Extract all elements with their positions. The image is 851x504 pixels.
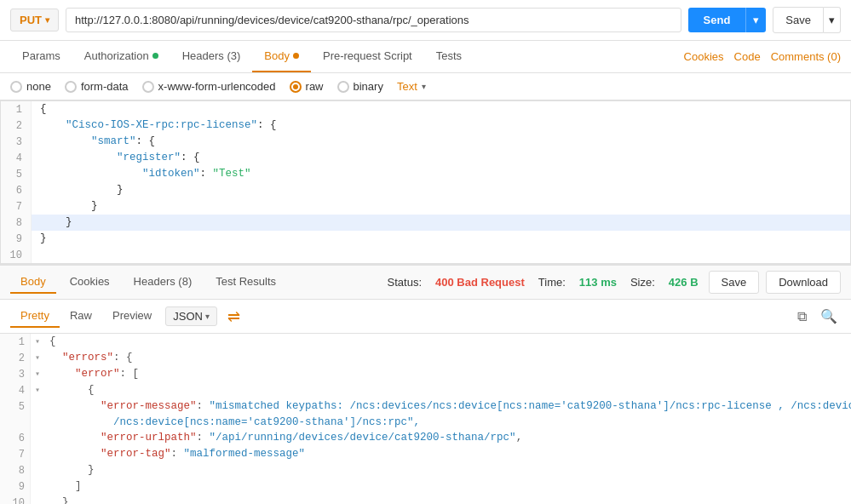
download-button[interactable]: Download [766,271,841,294]
fold-arrow-icon [31,446,44,462]
response-line: 4▾ { [0,382,851,398]
fold-arrow-icon[interactable]: ▾ [31,382,44,398]
line-content: { [32,101,47,117]
send-button[interactable]: Send [688,8,746,32]
tab-authorization-label: Authorization [84,49,149,62]
editor-line-5: 5 "idtoken": "Test" [1,166,850,182]
response-body-editor: 1▾{2▾ "errors": {3▾ "error": [4▾ {5 "err… [0,334,851,504]
resp-line-content: /ncs:device[ncs:name='cat9200-sthana']/n… [44,415,420,430]
text-format-label: Text [397,80,417,93]
editor-line-6: 6 } [1,182,850,198]
line-content: } [32,215,72,231]
fold-arrow-icon [31,430,44,446]
tab-body[interactable]: Body [252,41,311,72]
opt-raw-label: raw [306,80,324,93]
line-number: 10 [1,247,32,263]
size-label: Size: [630,276,655,289]
resp-line-content: { [44,382,95,398]
time-label: Time: [538,276,566,289]
wrap-toggle-button[interactable]: ⇌ [224,306,244,328]
search-button[interactable]: 🔍 [817,306,841,326]
opt-urlencoded[interactable]: x-www-form-urlencoded [142,80,276,93]
rfmt-raw[interactable]: Raw [60,305,102,328]
response-line: 5 "error-message": "mismatched keypaths:… [0,398,851,415]
fold-arrow-icon[interactable]: ▾ [31,366,44,382]
tab-prerequest[interactable]: Pre-request Script [311,41,424,72]
request-tabs: Params Authorization Headers (3) Body Pr… [0,41,851,73]
opt-form-data[interactable]: form-data [65,80,129,93]
fold-arrow-icon[interactable]: ▾ [31,334,44,350]
resp-line-number: 7 [0,446,31,462]
status-label: Status: [388,276,422,289]
json-chevron-icon: ▾ [205,312,210,321]
opt-raw[interactable]: raw [290,80,324,93]
method-select[interactable]: PUT ▾ [10,9,59,32]
response-save-button[interactable]: Save [709,271,760,294]
resp-line-number: 1 [0,334,31,350]
editor-line-2: 2 "Cisco-IOS-XE-rpc:rpc-license": { [1,117,850,134]
fold-arrow-icon[interactable]: ▾ [31,350,44,366]
url-input[interactable] [66,8,681,32]
tab-authorization[interactable]: Authorization [72,41,170,72]
resp-tab-cookies[interactable]: Cookies [60,271,120,294]
tab-headers-label: Headers (3) [182,49,241,62]
rfmt-preview[interactable]: Preview [102,305,162,328]
resp-line-number: 9 [0,478,31,495]
request-body-editor[interactable]: 1{2 "Cisco-IOS-XE-rpc:rpc-license": {3 "… [0,100,851,264]
send-btn-group: Send ▾ [688,8,767,32]
opt-none-label: none [26,80,51,93]
opt-none[interactable]: none [10,80,51,93]
tab-params-label: Params [22,49,60,62]
radio-form-data-icon [65,81,77,93]
rfmt-pretty[interactable]: Pretty [10,305,60,328]
response-options: Pretty Raw Preview JSON ▾ ⇌ ⧉ 🔍 [0,300,851,334]
resp-line-number: 8 [0,462,31,478]
resp-line-content: ] [44,478,82,495]
resp-line-content: "error-urlpath": "/api/running/devices/d… [44,430,522,446]
send-dropdown-button[interactable]: ▾ [745,8,766,32]
resp-tab-headers[interactable]: Headers (8) [124,271,203,294]
text-format-chevron-icon: ▾ [422,82,426,91]
save-button[interactable]: Save [773,7,824,33]
body-options: none form-data x-www-form-urlencoded raw… [0,73,851,100]
line-content [32,247,40,263]
resp-line-content: { [44,334,56,350]
line-content: "Cisco-IOS-XE-rpc:rpc-license": { [32,117,277,134]
response-line: 8 } [0,462,851,478]
response-format-bar: Pretty Raw Preview JSON ▾ ⇌ [10,305,244,328]
line-content: "smart": { [32,134,155,150]
text-format-select[interactable]: Text ▾ [397,80,426,93]
copy-button[interactable]: ⧉ [794,306,810,326]
response-icon-bar: ⧉ 🔍 [794,306,841,326]
line-content: "idtoken": "Test" [32,166,251,182]
cookies-link[interactable]: Cookies [684,50,724,63]
resp-tab-test-results[interactable]: Test Results [205,271,286,294]
resp-line-number: 5 [0,398,31,415]
resp-line-content: } [44,462,95,478]
line-number: 2 [1,117,32,134]
authorization-dot-icon [152,53,158,59]
comments-link[interactable]: Comments (0) [771,50,841,63]
radio-none-icon [10,81,22,93]
tab-params[interactable]: Params [10,41,72,72]
resp-line-number: 2 [0,350,31,366]
tab-prerequest-label: Pre-request Script [323,49,412,62]
response-line: 2▾ "errors": { [0,350,851,366]
tab-headers[interactable]: Headers (3) [170,41,253,72]
response-actions: Save Download [709,271,841,294]
code-link[interactable]: Code [734,50,761,63]
editor-line-1: 1{ [1,101,850,117]
json-format-select[interactable]: JSON ▾ [165,306,217,326]
line-number: 7 [1,198,32,215]
time-value: 113 ms [579,276,617,289]
resp-tab-body[interactable]: Body [10,271,56,294]
opt-binary[interactable]: binary [337,80,383,93]
body-dot-icon [293,53,299,59]
resp-line-number: 3 [0,366,31,382]
opt-urlencoded-label: x-www-form-urlencoded [158,80,276,93]
save-dropdown-button[interactable]: ▾ [824,7,841,33]
resp-line-content: "error": [ [44,366,139,382]
fold-arrow-icon [31,478,44,495]
tab-tests[interactable]: Tests [424,41,474,72]
line-number: 3 [1,134,32,150]
